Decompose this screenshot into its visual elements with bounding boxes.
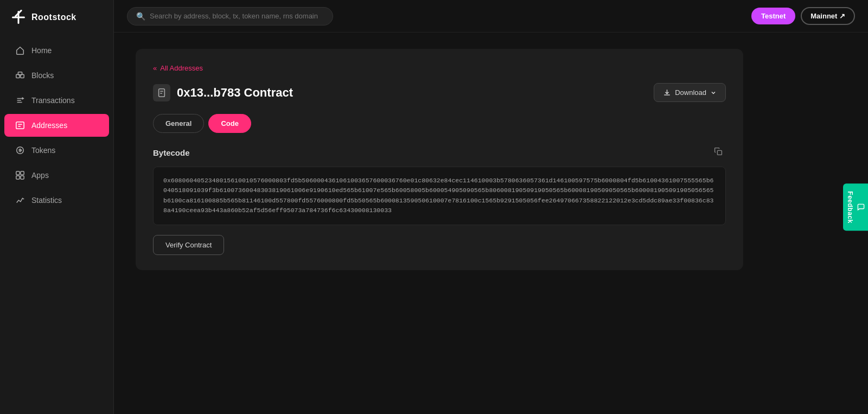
transactions-icon [15, 95, 25, 105]
testnet-button[interactable]: Testnet [751, 8, 795, 24]
content: « All Addresses 0x13...b783 Contract [114, 33, 868, 414]
feedback-icon [857, 203, 865, 211]
svg-rect-14 [159, 88, 165, 96]
sidebar-item-apps[interactable]: Apps [4, 164, 109, 187]
sidebar-item-addresses[interactable]: Addresses [4, 114, 109, 137]
contract-icon [153, 84, 170, 101]
search-icon: 🔍 [136, 12, 145, 21]
tab-general[interactable]: General [153, 114, 204, 133]
chevron-down-icon [710, 90, 717, 96]
tab-code[interactable]: Code [208, 114, 251, 133]
blocks-icon [15, 71, 25, 80]
search-box[interactable]: 🔍 [127, 7, 333, 26]
sidebar-item-home-label: Home [31, 46, 52, 55]
sidebar-item-home[interactable]: Home [4, 39, 109, 62]
sidebar-item-blocks[interactable]: Blocks [4, 64, 109, 87]
back-link[interactable]: « All Addresses [153, 64, 726, 72]
sidebar: Rootstock Home Blocks Transactions Addre… [0, 0, 114, 414]
feedback-tab[interactable]: Feedback [843, 183, 868, 231]
svg-rect-8 [16, 122, 24, 129]
bytecode-text: 0x6080604052348015610010576000803fd5b506… [163, 177, 713, 214]
copy-bytecode-button[interactable] [711, 145, 726, 160]
network-buttons: Testnet Mainnet ↗ [751, 7, 855, 25]
sidebar-item-statistics[interactable]: Statistics [4, 189, 109, 212]
sidebar-item-addresses-label: Addresses [31, 121, 67, 130]
logo: Rootstock [0, 0, 113, 35]
tokens-icon [15, 145, 25, 155]
contract-title-text: 0x13...b783 Contract [177, 86, 293, 100]
svg-rect-12 [16, 176, 20, 179]
sidebar-item-statistics-label: Statistics [31, 196, 62, 205]
download-icon [663, 88, 671, 97]
sidebar-item-blocks-label: Blocks [31, 71, 54, 80]
svg-rect-11 [21, 171, 24, 175]
contract-title: 0x13...b783 Contract [153, 84, 293, 101]
svg-rect-10 [16, 171, 20, 175]
sidebar-item-tokens[interactable]: Tokens [4, 139, 109, 162]
apps-icon [15, 170, 25, 180]
copy-icon [714, 147, 723, 156]
statistics-icon [15, 195, 25, 205]
verify-contract-button[interactable]: Verify Contract [153, 235, 224, 255]
contract-card: « All Addresses 0x13...b783 Contract [136, 49, 743, 270]
addresses-icon [15, 120, 25, 130]
svg-rect-2 [12, 17, 25, 18]
bytecode-section-header: Bytecode [153, 145, 726, 160]
sidebar-item-transactions[interactable]: Transactions [4, 89, 109, 112]
download-button[interactable]: Download [654, 83, 726, 102]
home-icon [15, 46, 25, 55]
mainnet-button[interactable]: Mainnet ↗ [801, 7, 855, 25]
search-input[interactable] [150, 12, 324, 20]
bytecode-title: Bytecode [153, 148, 190, 157]
sidebar-item-tokens-label: Tokens [31, 146, 55, 155]
feedback-label: Feedback [846, 191, 854, 223]
sidebar-item-apps-label: Apps [31, 171, 49, 180]
download-label: Download [675, 88, 706, 97]
topbar: 🔍 Testnet Mainnet ↗ [114, 0, 868, 33]
contract-header: 0x13...b783 Contract Download [153, 83, 726, 102]
rootstock-logo-icon [11, 10, 26, 25]
bytecode-content: 0x6080604052348015610010576000803fd5b506… [153, 167, 726, 225]
svg-rect-13 [21, 176, 24, 179]
tabs: General Code [153, 114, 726, 133]
back-link-label: All Addresses [160, 64, 203, 72]
main-wrapper: 🔍 Testnet Mainnet ↗ « All Addresses [114, 0, 868, 414]
sidebar-item-transactions-label: Transactions [31, 96, 75, 105]
svg-rect-15 [717, 150, 722, 155]
back-arrow-icon: « [153, 64, 157, 72]
logo-text: Rootstock [31, 12, 76, 22]
